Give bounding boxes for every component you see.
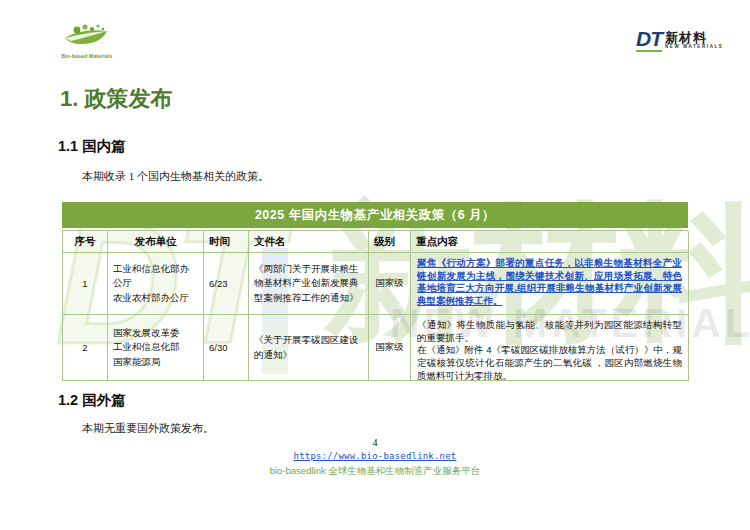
dt-logo-icon: DT bbox=[636, 28, 662, 52]
domestic-heading: 1.1 国内篇 bbox=[58, 137, 126, 156]
dt-logo-name-en: NEW MATERIALS bbox=[665, 45, 723, 50]
row2-seq: 2 bbox=[63, 315, 108, 381]
col-header-doc: 文件名 bbox=[249, 231, 369, 253]
row1-date: 6/23 bbox=[204, 253, 249, 315]
foreign-body: 本期无重要国外政策发布。 bbox=[82, 421, 214, 436]
col-header-seq: 序号 bbox=[63, 231, 108, 253]
domestic-intro: 本期收录 1 个国内生物基相关的政策。 bbox=[82, 169, 269, 184]
table-grid: 序号 发布单位 时间 文件名 级别 重点内容 1 工业和信息化部办公厅 农业农村… bbox=[62, 230, 688, 381]
row2-issuer: 国家发展改革委 工业和信息化部 国家能源局 bbox=[108, 315, 204, 381]
table-title-band: 2025 年国内生物基产业相关政策（6 月） bbox=[62, 202, 688, 228]
row1-content: 聚焦《行动方案》部署的重点任务，以非粮生物基材料全产业链创新发展为主线，围绕关键… bbox=[411, 253, 689, 315]
row1-issuer: 工业和信息化部办公厅 农业农村部办公厅 bbox=[108, 253, 204, 315]
row2-date: 6/30 bbox=[204, 315, 249, 381]
biobased-logo: Bio-based Materials bbox=[58, 20, 116, 59]
col-header-level: 级别 bbox=[369, 231, 411, 253]
row2-content: 《通知》将生物质能与氢能、核能等并列为园区能源结构转型的重要抓手。 在《通知》附… bbox=[411, 315, 689, 381]
col-header-issuer: 发布单位 bbox=[108, 231, 204, 253]
foreign-heading: 1.2 国外篇 bbox=[58, 391, 126, 410]
page-number: 4 bbox=[0, 437, 750, 448]
footer-tagline: bio-basedlink 全球生物基和生物制造产业服务平台 bbox=[0, 465, 750, 478]
biobased-leaf-icon bbox=[61, 20, 113, 48]
site-link[interactable]: https://www.bio-basedlink.net bbox=[294, 451, 457, 461]
dt-logo-name-cn: 新材料 bbox=[665, 31, 723, 44]
row2-level: 国家级 bbox=[369, 315, 411, 381]
section-title: 1. 政策发布 bbox=[60, 84, 172, 114]
row1-seq: 1 bbox=[63, 253, 108, 315]
row1-doc-title: 《两部门关于开展非粮生物基材料产业创新发展典型案例推荐工作的通知》 bbox=[249, 253, 369, 315]
report-page: DT 新材料 NEW MATERIALS Bio-based Materials… bbox=[0, 0, 750, 530]
row1-level: 国家级 bbox=[369, 253, 411, 315]
row1-content-link[interactable]: 聚焦《行动方案》部署的重点任务，以非粮生物基材料全产业链创新发展为主线，围绕关键… bbox=[417, 257, 682, 306]
col-header-date: 时间 bbox=[204, 231, 249, 253]
biobased-logo-caption: Bio-based Materials bbox=[58, 53, 116, 59]
row2-doc-title: 《关于开展零碳园区建设的通知》 bbox=[249, 315, 369, 381]
site-link-row: https://www.bio-basedlink.net bbox=[0, 451, 750, 461]
dt-newmaterials-logo: DT 新材料 NEW MATERIALS bbox=[636, 28, 723, 52]
policy-table: 2025 年国内生物基产业相关政策（6 月） 序号 发布单位 时间 文件名 级别… bbox=[62, 202, 688, 381]
col-header-content: 重点内容 bbox=[411, 231, 689, 253]
